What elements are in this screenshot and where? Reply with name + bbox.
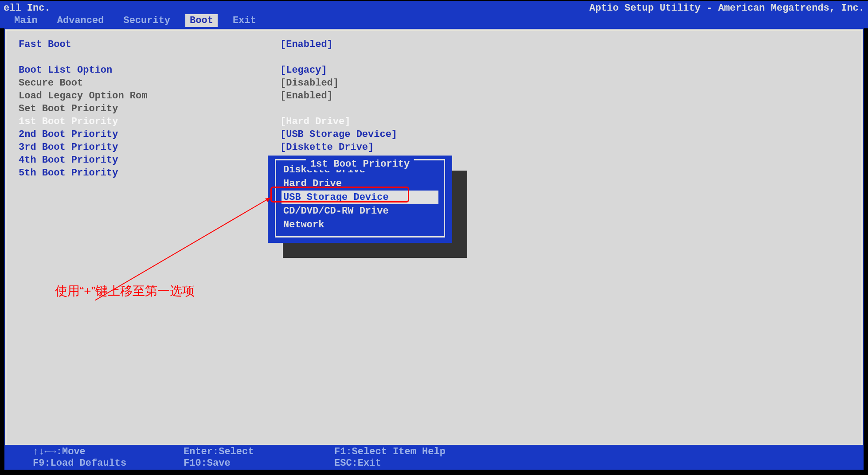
vendor-left: ell Inc.: [4, 3, 51, 14]
tab-bar: Main Advanced Security Boot Exit: [10, 14, 261, 27]
label-2nd-priority: 2nd Boot Priority: [19, 128, 280, 141]
popup-item-network[interactable]: Network: [282, 218, 438, 232]
label-1st-priority: 1st Boot Priority: [19, 115, 280, 128]
popup-item-usb[interactable]: USB Storage Device: [282, 191, 438, 204]
value-secure-boot: [Disabled]: [280, 77, 339, 90]
popup-title: 1st Boot Priority: [306, 159, 414, 170]
row-boot-list-option[interactable]: Boot List Option [Legacy]: [19, 64, 849, 77]
value-boot-list-option: [Legacy]: [280, 64, 327, 77]
footer-esc: ESC:Exit: [334, 458, 835, 469]
vendor-right: Aptio Setup Utility - American Megatrend…: [589, 3, 864, 14]
row-load-legacy-rom[interactable]: Load Legacy Option Rom [Enabled]: [19, 90, 849, 102]
footer-f9: F9:Load Defaults: [33, 458, 184, 469]
footer-help-bar: ↑↓←→:Move Enter:Select F1:Select Item He…: [4, 445, 864, 470]
footer-f1: F1:Select Item Help: [334, 446, 835, 457]
label-3rd-priority: 3rd Boot Priority: [19, 141, 280, 154]
value-2nd-priority: [USB Storage Device]: [280, 128, 397, 141]
label-load-legacy-rom: Load Legacy Option Rom: [19, 90, 280, 102]
bios-screen: ell Inc. Aptio Setup Utility - American …: [0, 0, 868, 475]
label-boot-list-option: Boot List Option: [19, 64, 280, 77]
footer-move: ↑↓←→:Move: [33, 446, 184, 457]
row-2nd-boot-priority[interactable]: 2nd Boot Priority [USB Storage Device]: [19, 128, 849, 141]
label-5th-priority: 5th Boot Priority: [19, 167, 280, 179]
popup-item-hdd[interactable]: Hard Drive: [282, 177, 438, 191]
label-secure-boot: Secure Boot: [19, 77, 280, 90]
row-secure-boot[interactable]: Secure Boot [Disabled]: [19, 77, 849, 90]
row-set-boot-priority[interactable]: Set Boot Priority: [19, 102, 849, 115]
tab-boot[interactable]: Boot: [185, 14, 218, 27]
boot-panel: Fast Boot [Enabled] Boot List Option [Le…: [4, 28, 864, 454]
row-fast-boot[interactable]: Fast Boot [Enabled]: [19, 38, 849, 51]
row-1st-boot-priority[interactable]: 1st Boot Priority [Hard Drive]: [19, 115, 849, 128]
label-set-boot-priority: Set Boot Priority: [19, 102, 280, 115]
footer-f10: F10:Save: [184, 458, 334, 469]
label-4th-priority: 4th Boot Priority: [19, 154, 280, 167]
footer-enter: Enter:Select: [184, 446, 334, 457]
popup-box: 1st Boot Priority Diskette Drive Hard Dr…: [268, 156, 452, 243]
value-load-legacy-rom: [Enabled]: [280, 90, 333, 102]
tab-exit[interactable]: Exit: [228, 14, 261, 27]
value-3rd-priority: [Diskette Drive]: [280, 141, 374, 154]
popup-item-cddvd[interactable]: CD/DVD/CD-RW Drive: [282, 204, 438, 218]
boot-priority-popup: 1st Boot Priority Diskette Drive Hard Dr…: [268, 156, 452, 243]
tab-advanced[interactable]: Advanced: [53, 14, 109, 27]
row-3rd-boot-priority[interactable]: 3rd Boot Priority [Diskette Drive]: [19, 141, 849, 154]
label-fast-boot: Fast Boot: [19, 38, 280, 51]
value-1st-priority: [Hard Drive]: [280, 115, 350, 128]
tab-main[interactable]: Main: [10, 14, 42, 27]
annotation-text: 使用“+”键上移至第一选项: [55, 283, 195, 300]
value-fast-boot: [Enabled]: [280, 38, 333, 51]
tab-security[interactable]: Security: [119, 14, 175, 27]
